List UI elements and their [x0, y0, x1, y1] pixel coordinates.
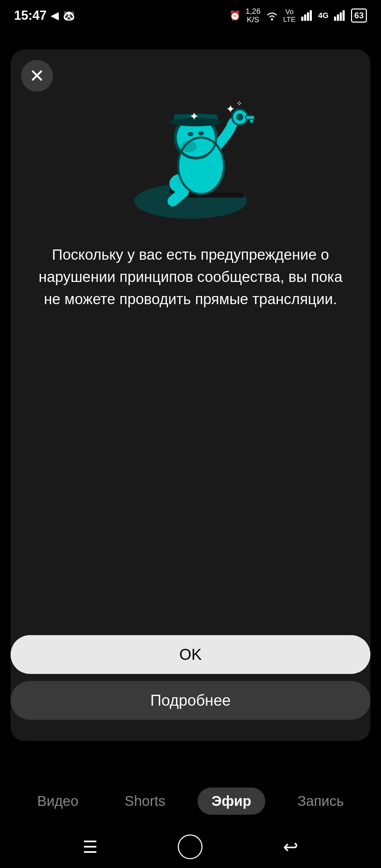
tab-bar: Видео Shorts Эфир Запись — [0, 776, 381, 826]
battery-indicator: 63 — [351, 8, 367, 23]
svg-rect-3 — [307, 12, 309, 21]
svg-text:✦: ✦ — [226, 103, 235, 115]
close-button[interactable]: ✕ — [21, 60, 53, 92]
svg-rect-2 — [304, 14, 306, 21]
signal-icon-2 — [333, 10, 346, 21]
system-nav-bar: ☰ ↩ — [0, 826, 381, 868]
location-icon: ◀ — [51, 10, 59, 22]
wifi-icon — [266, 11, 278, 20]
status-right: ⏰ 1,26K/S VoLTE 4G 63 — [229, 7, 367, 24]
svg-point-17 — [198, 131, 204, 135]
svg-rect-5 — [334, 17, 336, 21]
panda-icon: 🐼 — [63, 10, 75, 22]
svg-rect-6 — [337, 14, 339, 21]
modal-message: Поскольку у вас есть предупреждение о на… — [28, 243, 353, 310]
main-content: ✕ — [0, 28, 381, 868]
home-nav-icon[interactable] — [178, 834, 202, 859]
svg-text:✧: ✧ — [236, 100, 242, 107]
tab-zapis[interactable]: Запись — [283, 788, 358, 815]
svg-rect-4 — [310, 10, 312, 21]
buttons-area: OK Подробнее — [11, 635, 370, 737]
4g-label: 4G — [318, 11, 328, 20]
svg-point-16 — [188, 132, 193, 136]
svg-rect-20 — [246, 116, 254, 119]
status-time: 15:47 — [14, 8, 47, 23]
illustration-container: ✦ ✧ ✦ — [127, 88, 254, 222]
speed-indicator: 1,26K/S — [246, 7, 261, 24]
ok-button[interactable]: OK — [11, 635, 370, 674]
warning-illustration: ✦ ✧ ✦ — [127, 88, 254, 222]
alarm-icon: ⏰ — [229, 10, 241, 21]
signal-icon-1 — [301, 10, 313, 21]
status-bar: 15:47 ◀ 🐼 ⏰ 1,26K/S VoLTE 4G 63 — [0, 0, 381, 28]
tab-video[interactable]: Видео — [23, 788, 92, 815]
tab-efir[interactable]: Эфир — [198, 788, 265, 815]
svg-rect-8 — [343, 10, 345, 21]
battery-level: 63 — [354, 11, 364, 20]
status-left: 15:47 ◀ 🐼 — [14, 8, 75, 23]
menu-nav-icon[interactable]: ☰ — [83, 837, 98, 857]
svg-text:✦: ✦ — [190, 111, 198, 122]
tab-shorts[interactable]: Shorts — [110, 788, 180, 815]
svg-point-19 — [236, 114, 243, 121]
svg-rect-1 — [301, 17, 303, 21]
more-button[interactable]: Подробнее — [11, 681, 370, 720]
vo-lte-indicator: VoLTE — [283, 8, 296, 23]
svg-point-0 — [271, 18, 273, 20]
back-nav-icon[interactable]: ↩ — [283, 836, 298, 857]
svg-rect-7 — [340, 12, 342, 21]
svg-rect-22 — [250, 119, 253, 123]
close-icon: ✕ — [29, 67, 45, 85]
